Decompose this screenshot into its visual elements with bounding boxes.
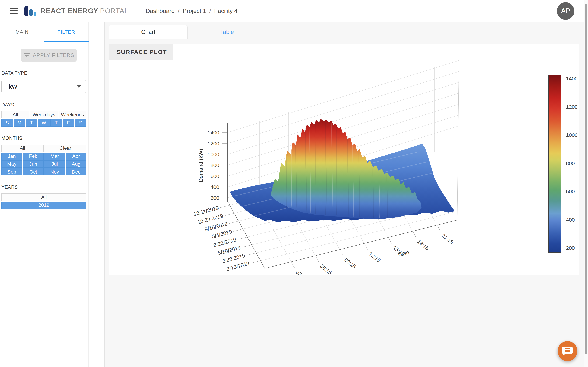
app-logo	[25, 6, 36, 17]
day-tuesday[interactable]: T	[26, 119, 37, 126]
chat-icon	[562, 346, 573, 356]
month-oct[interactable]: Oct	[23, 168, 44, 175]
avatar[interactable]: AP	[557, 2, 574, 20]
breadcrumb-project[interactable]: Project 1	[183, 8, 206, 14]
breadcrumb-facility[interactable]: Facility 4	[214, 8, 238, 14]
month-nov[interactable]: Nov	[44, 168, 65, 175]
day-friday[interactable]: F	[63, 119, 74, 126]
svg-text:400: 400	[210, 184, 219, 190]
surface-plot-card: SURFACE PLOT	[109, 44, 579, 275]
svg-text:1200: 1200	[208, 141, 219, 146]
month-aug[interactable]: Aug	[66, 160, 87, 167]
month-apr[interactable]: Apr	[66, 153, 87, 160]
breadcrumb: Dashboard / Project 1 / Facility 4	[146, 8, 238, 14]
month-jul[interactable]: Jul	[44, 160, 65, 167]
year-2019[interactable]: 2019	[1, 201, 86, 209]
svg-text:600: 600	[210, 173, 219, 179]
days-label: DAYS	[1, 102, 88, 108]
month-feb[interactable]: Feb	[23, 153, 44, 160]
days-preset-weekdays[interactable]: Weekdays	[30, 111, 58, 118]
svg-text:1000: 1000	[208, 151, 219, 157]
tab-chart[interactable]: Chart	[109, 25, 188, 39]
svg-text:06:15: 06:15	[319, 263, 333, 275]
svg-text:12:15: 12:15	[368, 251, 381, 263]
day-thursday[interactable]: T	[50, 119, 62, 126]
surface-plot[interactable]: 1400 1200 1000 800 600 400 200 Demand (k…	[193, 60, 473, 275]
years-preset-all[interactable]: All	[1, 193, 86, 201]
data-type-value: kW	[9, 83, 77, 90]
day-sunday[interactable]: S	[1, 119, 13, 126]
svg-text:03:15: 03:15	[295, 269, 309, 275]
data-type-select[interactable]: kW	[1, 80, 86, 93]
tab-table[interactable]: Table	[188, 25, 266, 39]
svg-text:18:15: 18:15	[416, 239, 430, 251]
z-axis-title: Demand (kW)	[198, 149, 204, 182]
months-preset-all[interactable]: All	[1, 144, 43, 152]
svg-text:200: 200	[210, 195, 219, 201]
tab-main[interactable]: MAIN	[0, 22, 44, 42]
days-preset-weekends[interactable]: Weekends	[59, 111, 86, 118]
days-filter-group: All Weekdays Weekends S M T W T F S	[1, 111, 86, 126]
svg-text:8/4/2019: 8/4/2019	[211, 229, 232, 239]
app-header: REACT ENERGYPORTAL Dashboard / Project 1…	[0, 0, 588, 22]
main-content: Chart Table SURFACE PLOT	[105, 22, 588, 367]
page-scrollbar	[584, 0, 588, 367]
app-title: REACT ENERGYPORTAL	[41, 7, 129, 15]
filter-icon	[24, 52, 30, 58]
brand-suffix: PORTAL	[100, 7, 129, 15]
month-may[interactable]: May	[1, 160, 22, 167]
time-tick-labels: 03:15 06:15 09:15 12:15 15:15 18:15 21:1…	[295, 233, 454, 275]
svg-text:800: 800	[210, 162, 219, 168]
sidebar: MAIN FILTER APPLY FILTERS DATA TYPE kW D…	[0, 22, 105, 367]
z-tick-labels: 1400 1200 1000 800 600 400 200	[208, 130, 219, 201]
day-wednesday[interactable]: W	[38, 119, 50, 126]
data-type-label: DATA TYPE	[1, 71, 88, 76]
apply-filters-label: APPLY FILTERS	[33, 52, 74, 58]
apply-filters-button[interactable]: APPLY FILTERS	[21, 49, 77, 61]
years-filter-group: All 2019	[1, 193, 86, 209]
months-label: MONTHS	[1, 136, 88, 141]
brand-name: REACT ENERGY	[41, 7, 98, 15]
svg-text:09:15: 09:15	[343, 257, 357, 269]
month-dec[interactable]: Dec	[66, 168, 87, 175]
days-preset-all[interactable]: All	[1, 111, 29, 118]
sidebar-tabs: MAIN FILTER	[0, 22, 88, 42]
svg-text:21:15: 21:15	[441, 233, 454, 245]
breadcrumb-separator: /	[209, 8, 211, 14]
month-jan[interactable]: Jan	[1, 153, 22, 160]
chevron-down-icon	[77, 85, 81, 88]
day-monday[interactable]: M	[14, 119, 25, 126]
scrollbar-thumb[interactable]	[585, 4, 588, 354]
month-sep[interactable]: Sep	[1, 168, 22, 175]
hamburger-menu-icon[interactable]	[10, 7, 18, 15]
svg-text:1400: 1400	[208, 130, 219, 135]
months-preset-clear[interactable]: Clear	[44, 144, 86, 152]
active-tab-indicator	[44, 42, 88, 42]
chat-button[interactable]	[558, 341, 578, 361]
years-label: YEARS	[1, 184, 88, 190]
tab-filter[interactable]: FILTER	[44, 22, 88, 42]
month-mar[interactable]: Mar	[44, 153, 65, 160]
breadcrumb-dashboard[interactable]: Dashboard	[146, 8, 175, 14]
day-saturday[interactable]: S	[75, 119, 86, 126]
header-divider	[138, 6, 138, 17]
breadcrumb-separator: /	[178, 8, 180, 14]
panel-title: SURFACE PLOT	[109, 44, 173, 60]
card-header: SURFACE PLOT	[109, 44, 579, 60]
month-jun[interactable]: Jun	[23, 160, 44, 167]
colorbar	[548, 75, 561, 253]
months-filter-group: All Clear Jan Feb Mar Apr May Jun Jul Au…	[1, 144, 86, 175]
